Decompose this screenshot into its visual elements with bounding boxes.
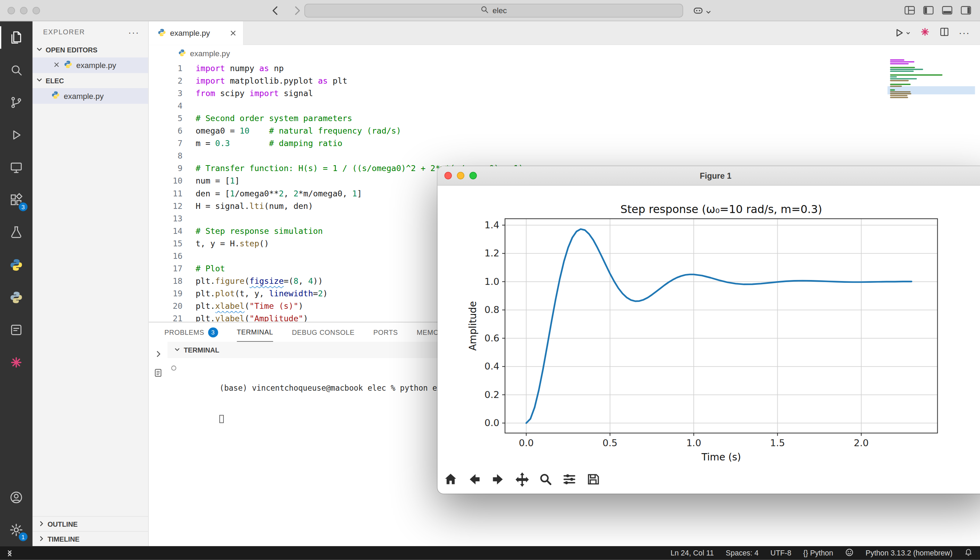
panel-tab-terminal[interactable]: TERMINAL (237, 322, 273, 342)
remote-explorer-icon[interactable] (0, 151, 33, 184)
zoom-icon[interactable] (538, 471, 554, 487)
maximize-window-button[interactable] (33, 7, 40, 15)
minimize-window-button[interactable] (457, 172, 465, 179)
code-line[interactable] (196, 100, 523, 112)
save-icon[interactable] (585, 471, 602, 487)
tab-example-py[interactable]: example.py (149, 21, 244, 45)
toggle-primary-sidebar-icon[interactable] (923, 5, 934, 17)
panel-tab-debug-console[interactable]: DEBUG CONSOLE (292, 322, 355, 342)
close-icon[interactable] (53, 61, 60, 70)
toggle-secondary-sidebar-icon[interactable] (960, 5, 971, 17)
copilot-menu[interactable] (693, 5, 712, 19)
asterisk-extension-icon[interactable] (0, 346, 33, 379)
titlebar: elec (0, 0, 980, 21)
svg-text:1.5: 1.5 (770, 438, 785, 448)
testing-icon[interactable] (0, 216, 33, 249)
open-editors-section[interactable]: OPEN EDITORS (33, 42, 148, 57)
extensions-icon[interactable]: 3 (0, 183, 33, 216)
run-python-file-button[interactable] (893, 27, 911, 38)
close-window-button[interactable] (8, 7, 15, 15)
extensions-badge: 3 (18, 202, 28, 212)
svg-text:1.4: 1.4 (485, 220, 499, 230)
customize-layout-icon[interactable] (904, 5, 915, 17)
figure-window[interactable]: Figure 1 0.00.51.01.52.00.00.20.40.60.81… (438, 166, 980, 494)
feedback-smiley-icon[interactable] (845, 548, 854, 558)
status-indent[interactable]: Spaces: 4 (726, 548, 758, 557)
code-line[interactable]: from scipy import signal (196, 87, 523, 100)
status-language-mode[interactable]: {} Python (803, 548, 833, 557)
notebook-extension-icon[interactable] (0, 314, 33, 346)
python-environments-icon[interactable] (0, 281, 33, 314)
python-file-icon (178, 48, 186, 58)
command-center-search[interactable]: elec (304, 4, 683, 18)
chevron-down-icon (36, 45, 43, 54)
search-sidebar-icon[interactable] (0, 54, 33, 87)
back-icon[interactable] (467, 471, 483, 487)
sidebar-title: EXPLORER (43, 28, 85, 36)
outline-section[interactable]: OUTLINE (33, 516, 148, 531)
code-line[interactable]: import numpy as np (196, 62, 523, 75)
activity-bar: 3 1 (0, 21, 33, 546)
status-line-col[interactable]: Ln 24, Col 11 (670, 548, 714, 557)
close-window-button[interactable] (445, 172, 452, 179)
tree-item-example-py[interactable]: example.py (33, 88, 148, 104)
maximize-window-button[interactable] (470, 172, 477, 179)
forward-icon[interactable] (291, 5, 302, 19)
figure-titlebar[interactable]: Figure 1 (438, 166, 980, 186)
timeline-label: TIMELINE (48, 535, 80, 543)
more-actions-icon[interactable]: ··· (959, 27, 970, 38)
bell-icon[interactable] (964, 548, 972, 558)
source-control-icon[interactable] (0, 87, 33, 119)
svg-text:Amplitude: Amplitude (467, 301, 478, 351)
status-encoding[interactable]: UTF-8 (770, 548, 791, 557)
breadcrumb[interactable]: example.py (149, 45, 980, 62)
explorer-icon[interactable] (0, 21, 33, 54)
minimap[interactable] (890, 59, 973, 98)
panel-tab-problems[interactable]: PROBLEMS3 (165, 322, 218, 342)
remote-indicator-icon[interactable] (0, 546, 19, 560)
terminal-cursor (220, 415, 224, 423)
svg-text:1.0: 1.0 (687, 438, 701, 448)
panel-side-rail (149, 342, 168, 546)
panel-tab-ports[interactable]: PORTS (373, 322, 398, 342)
python-extension-icon[interactable] (0, 249, 33, 282)
explorer-sidebar: EXPLORER ··· OPEN EDITORS example.py ELE… (33, 21, 149, 546)
gutter: 123456789101112131415161718192021 (149, 62, 183, 322)
chevron-right-icon (37, 520, 45, 528)
open-editors-label: OPEN EDITORS (45, 46, 97, 54)
search-icon (481, 5, 488, 16)
code-line[interactable]: import matplotlib.pyplot as plt (196, 75, 523, 87)
open-editor-item[interactable]: example.py (33, 58, 148, 73)
svg-text:0.2: 0.2 (485, 389, 499, 400)
toggle-panel-icon[interactable] (942, 5, 953, 17)
python-file-icon (158, 28, 166, 38)
svg-text:0.0: 0.0 (485, 417, 499, 428)
forward-icon[interactable] (490, 471, 506, 487)
python-file-icon (52, 90, 60, 101)
views-more-actions-icon[interactable]: ··· (128, 27, 139, 37)
minimize-window-button[interactable] (20, 7, 28, 15)
code-line[interactable]: # Second order system parameters (196, 112, 523, 125)
command-decoration-icon[interactable] (171, 366, 176, 370)
timeline-section[interactable]: TIMELINE (33, 531, 148, 546)
back-icon[interactable] (270, 5, 281, 19)
settings-badge: 1 (18, 532, 28, 542)
close-tab-icon[interactable] (229, 30, 237, 37)
clipboard-icon[interactable] (154, 368, 162, 380)
interactive-asterisk-icon[interactable] (920, 27, 930, 39)
home-icon[interactable] (442, 471, 459, 487)
subplots-settings-icon[interactable] (561, 471, 577, 487)
split-editor-icon[interactable] (939, 27, 950, 39)
account-icon[interactable] (0, 481, 33, 514)
code-line[interactable]: omega0 = 10 # natural frequency (rad/s) (196, 125, 523, 137)
code-line[interactable]: m = 0.3 # damping ratio (196, 137, 523, 150)
pan-icon[interactable] (513, 471, 530, 487)
status-python-interpreter[interactable]: Python 3.13.2 (homebrew) (865, 548, 952, 557)
chevron-right-icon (37, 535, 45, 543)
chevron-right-icon[interactable] (154, 349, 162, 360)
window-controls (8, 7, 40, 15)
run-debug-icon[interactable] (0, 119, 33, 151)
code-line[interactable] (196, 150, 523, 162)
settings-gear-icon[interactable]: 1 (0, 513, 33, 546)
folder-section-elec[interactable]: ELEC (33, 73, 148, 88)
